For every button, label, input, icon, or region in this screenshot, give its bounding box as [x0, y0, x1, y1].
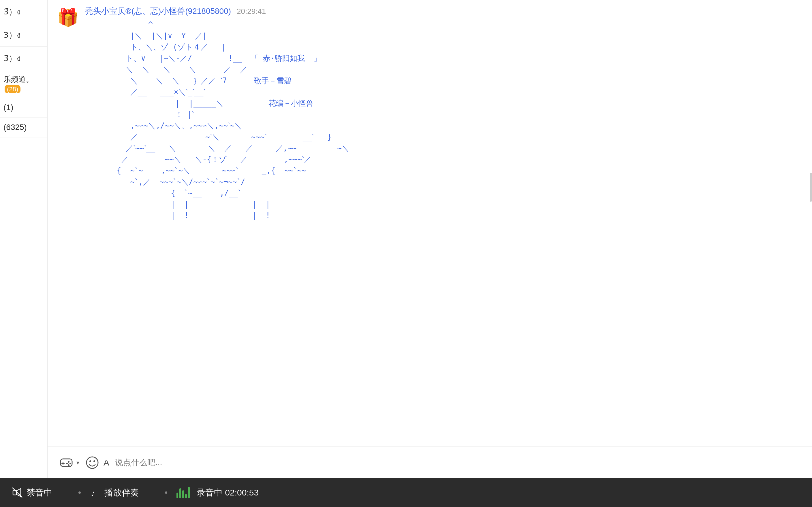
message-header: 秃头小宝贝®(忐、忑)小怪兽(921805800) 20:29:41 [85, 6, 803, 17]
music-section[interactable]: ♪ 播放伴奏 [89, 487, 139, 499]
message-username: 秃头小宝贝®(忐、忑)小怪兽(921805800) [85, 6, 231, 17]
svg-point-3 [68, 461, 69, 463]
toolbar-dropdown[interactable]: ▾ [77, 459, 79, 466]
sidebar-item-2[interactable]: 3̄）ง [0, 23, 47, 47]
svg-point-5 [68, 464, 69, 466]
game-icon-button[interactable] [56, 453, 77, 473]
mute-icon [11, 487, 23, 498]
avatar: 🎁 [56, 6, 79, 29]
chat-input-area: ▾ A [48, 447, 812, 478]
svg-point-8 [89, 460, 91, 462]
recording-label: 录音中 02:00:53 [197, 487, 259, 499]
sidebar: 3̄）ง 3̄）ง 3̄）ง 乐频道。 (28) (1) (6325) [0, 0, 48, 478]
svg-point-7 [87, 457, 98, 468]
gamepad-icon [59, 455, 73, 470]
music-label: 播放伴奏 [104, 487, 139, 499]
music-icon: ♪ [89, 487, 101, 498]
main-container: 3̄）ง 3̄）ง 3̄）ง 乐频道。 (28) (1) (6325) [0, 0, 812, 478]
sidebar-item-3[interactable]: 3̄）ง [0, 47, 47, 70]
channel-badge: (28) [5, 85, 20, 93]
sidebar-scroll[interactable]: 3̄）ง 3̄）ง 3̄）ง 乐频道。 (28) (1) (6325) [0, 0, 47, 478]
mute-section[interactable]: 禁音中 [11, 487, 52, 499]
chat-area: 🎁 秃头小宝贝®(忐、忑)小怪兽(921805800) 20:29:41 ^ |… [48, 0, 812, 478]
message-time: 20:29:41 [237, 7, 266, 16]
divider-1 [79, 492, 81, 494]
svg-rect-2 [61, 463, 64, 464]
sidebar-extra-1[interactable]: (1) [0, 98, 47, 118]
bottom-bar: 禁音中 ♪ 播放伴奏 录音中 02:00:53 [0, 478, 812, 507]
sidebar-extra-2[interactable]: (6325) [0, 118, 47, 137]
recording-section[interactable]: 录音中 02:00:53 [176, 487, 259, 499]
sidebar-channel[interactable]: 乐频道。 (28) [0, 70, 47, 98]
svg-point-9 [93, 460, 95, 462]
sidebar-item-1[interactable]: 3̄）ง [0, 0, 47, 23]
chat-messages[interactable]: 🎁 秃头小宝贝®(忐、忑)小怪兽(921805800) 20:29:41 ^ |… [48, 0, 812, 447]
chat-input[interactable] [115, 458, 803, 467]
bar-3 [182, 490, 184, 498]
table-row: 🎁 秃头小宝贝®(忐、忑)小怪兽(921805800) 20:29:41 ^ |… [56, 6, 803, 221]
mute-label: 禁音中 [27, 487, 52, 499]
divider-2 [165, 492, 167, 494]
input-toolbar: ▾ A [56, 453, 109, 473]
svg-point-4 [69, 463, 71, 464]
recording-bars-visual [176, 487, 190, 498]
bar-1 [176, 493, 178, 498]
font-size-button[interactable]: A [104, 458, 109, 467]
svg-text:♪: ♪ [91, 488, 95, 498]
bar-2 [180, 488, 181, 498]
gift-icon: 🎁 [57, 7, 79, 27]
smiley-icon [85, 455, 99, 470]
bar-4 [185, 494, 187, 498]
face-icon-button[interactable] [82, 453, 102, 473]
message-body: ^ |＼ |＼|∨ Υ ／| ト、＼、ゾ (ゾト４／ | ト、∨ |~＼-／/ … [85, 19, 803, 221]
svg-point-6 [66, 463, 68, 464]
message-content: 秃头小宝贝®(忐、忑)小怪兽(921805800) 20:29:41 ^ |＼ … [85, 6, 803, 221]
bar-5 [188, 487, 190, 498]
